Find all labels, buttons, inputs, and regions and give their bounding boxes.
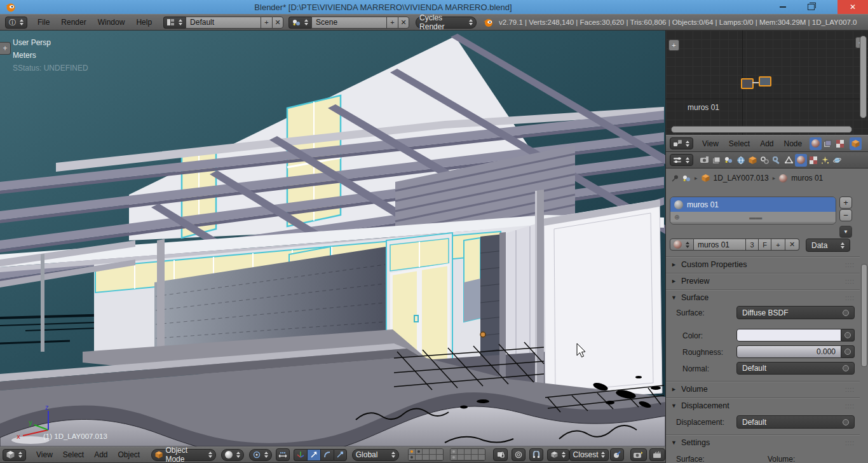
node-menu-select[interactable]: Select xyxy=(726,139,752,148)
maximize-button[interactable] xyxy=(799,0,822,14)
panel-preview[interactable]: ► Preview :::: xyxy=(671,275,860,287)
node-shader-type-object-toggle[interactable] xyxy=(822,137,834,150)
remove-material-slot-button[interactable]: − xyxy=(839,209,852,221)
close-button[interactable]: ✕ xyxy=(837,0,868,14)
proportional-edit-button[interactable] xyxy=(512,448,526,461)
node-editor-canvas[interactable]: muros 01 + + xyxy=(666,31,868,135)
node-use-nodes-toggle[interactable] xyxy=(850,137,862,150)
panel-surface[interactable]: ▼ Surface :::: xyxy=(671,291,860,304)
color-socket-button[interactable] xyxy=(841,329,855,342)
mode-select[interactable]: Object Mode xyxy=(151,449,216,461)
node-shader-type-texture-toggle[interactable] xyxy=(834,137,846,150)
viewport-shading-select[interactable] xyxy=(221,449,244,461)
material-specials-menu-button[interactable]: ▼ xyxy=(839,226,852,238)
browse-material-button[interactable] xyxy=(670,238,694,251)
view3d-menu-object[interactable]: Object xyxy=(116,450,143,459)
editor-type-info-button[interactable]: ⓘ xyxy=(5,17,27,29)
breadcrumb-object-name[interactable]: 1D_LAY007.013 xyxy=(714,174,769,183)
roughness-socket-button[interactable] xyxy=(841,345,855,358)
snap-element-select[interactable] xyxy=(547,449,569,461)
tab-scene[interactable] xyxy=(722,154,735,167)
layers-grid-2[interactable] xyxy=(450,448,485,461)
minimize-button[interactable] xyxy=(771,0,794,14)
panel-grip[interactable]: :::: xyxy=(845,439,855,446)
editor-type-3dview-button[interactable] xyxy=(3,449,26,461)
snap-self-button[interactable] xyxy=(610,448,624,461)
properties-scrollbar[interactable] xyxy=(861,264,867,367)
new-material-button[interactable]: + xyxy=(771,238,785,251)
tab-world[interactable] xyxy=(735,154,747,167)
view3d-menu-view[interactable]: View xyxy=(34,450,55,459)
screen-layout-browse-button[interactable] xyxy=(163,17,186,29)
surface-shader-select[interactable]: Diffuse BSDF xyxy=(736,306,855,319)
view3d-menu-add[interactable]: Add xyxy=(92,450,110,459)
slot-add-icon[interactable]: ⊕ xyxy=(674,214,679,221)
transform-orientation-select[interactable]: Global xyxy=(352,449,400,461)
tab-physics[interactable] xyxy=(831,154,843,167)
normal-select[interactable]: Default xyxy=(736,362,855,375)
lock-to-scene-button[interactable] xyxy=(493,448,508,461)
menu-help[interactable]: Help xyxy=(133,18,154,27)
breadcrumb-material-name[interactable]: muros 01 xyxy=(791,174,823,183)
snap-toggle-button[interactable] xyxy=(529,448,543,461)
scene-browse-button[interactable] xyxy=(288,17,311,29)
pin-icon[interactable] xyxy=(671,174,679,183)
menu-file[interactable]: File xyxy=(35,18,52,27)
node-region-expand-left[interactable]: + xyxy=(668,39,679,51)
tab-data[interactable] xyxy=(783,154,795,167)
add-layout-button[interactable]: + xyxy=(261,17,272,29)
render-engine-select[interactable]: Cycles Render xyxy=(416,17,477,29)
editor-type-properties-button[interactable] xyxy=(670,154,693,166)
panel-grip[interactable]: :::: xyxy=(845,261,855,268)
add-scene-button[interactable]: + xyxy=(386,17,398,29)
node-menu-add[interactable]: Add xyxy=(757,139,776,148)
manipulator-axes-button[interactable] xyxy=(294,449,307,461)
displacement-select[interactable]: Default xyxy=(736,415,855,429)
panel-grip[interactable]: :::: xyxy=(845,294,855,301)
delete-layout-button[interactable]: ✕ xyxy=(272,17,283,29)
view3d-menu-select[interactable]: Select xyxy=(60,450,86,459)
panel-grip[interactable]: :::: xyxy=(845,278,855,285)
panel-settings[interactable]: ▼ Settings :::: xyxy=(671,436,860,449)
shader-node-2[interactable] xyxy=(759,76,771,86)
tab-object[interactable] xyxy=(747,154,759,167)
panel-volume[interactable]: ► Volume :::: xyxy=(671,383,860,396)
panel-grip[interactable]: :::: xyxy=(845,386,855,393)
fake-user-button[interactable]: F xyxy=(759,238,771,251)
unlink-material-button[interactable]: ✕ xyxy=(785,238,799,251)
list-resize-grip[interactable]: ▬▬ xyxy=(749,214,762,221)
node-menu-view[interactable]: View xyxy=(700,139,721,148)
tab-material[interactable] xyxy=(795,154,807,167)
node-shader-type-material-toggle[interactable] xyxy=(810,137,822,150)
material-display-mode-select[interactable]: Data xyxy=(806,238,850,252)
scene-name-field[interactable]: Scene xyxy=(311,17,386,29)
node-vertical-scrollbar[interactable] xyxy=(860,36,867,118)
material-users-count-button[interactable]: 3 xyxy=(746,238,759,251)
manipulator-toggle[interactable] xyxy=(276,448,290,461)
shader-node-1[interactable] xyxy=(741,78,754,89)
color-swatch[interactable] xyxy=(736,329,841,342)
menu-window[interactable]: Window xyxy=(95,18,128,27)
editor-type-node-button[interactable] xyxy=(670,137,693,149)
manipulator-scale-button[interactable] xyxy=(334,449,347,461)
opengl-render-anim-button[interactable] xyxy=(649,448,665,461)
tab-particles[interactable] xyxy=(819,154,831,167)
material-name-field[interactable]: muros 01 xyxy=(694,238,746,251)
toolshelf-expand-tab[interactable]: + xyxy=(0,42,11,55)
screen-layout-name-field[interactable]: Default xyxy=(186,17,261,29)
node-menu-node[interactable]: Node xyxy=(782,139,805,148)
tab-modifiers[interactable] xyxy=(771,154,783,167)
tab-render[interactable] xyxy=(698,154,710,167)
material-slot-active[interactable]: muros 01 xyxy=(670,197,836,212)
panel-custom-properties[interactable]: ► Custom Properties :::: xyxy=(671,258,860,271)
opengl-render-button[interactable] xyxy=(630,448,646,461)
tab-texture[interactable] xyxy=(807,154,819,167)
roughness-slider[interactable]: 0.000 xyxy=(736,345,841,358)
tab-render-layers[interactable] xyxy=(710,154,722,167)
node-horizontal-scrollbar[interactable] xyxy=(671,126,852,133)
manipulator-translate-button[interactable] xyxy=(307,449,320,461)
layers-grid-1[interactable] xyxy=(408,448,444,461)
panel-displacement[interactable]: ▼ Displacement :::: xyxy=(671,399,860,412)
menu-render[interactable]: Render xyxy=(58,18,88,27)
pivot-point-select[interactable] xyxy=(249,449,272,461)
